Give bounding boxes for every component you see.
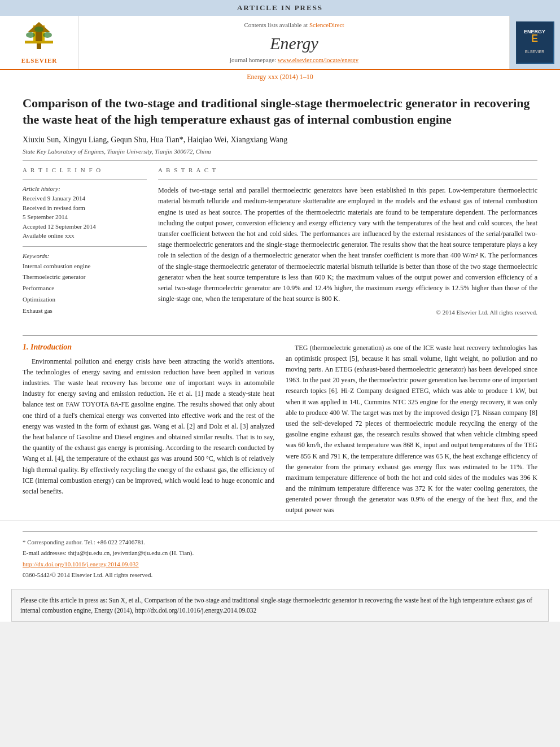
journal-header: ELSEVIER Contents lists available at Sci… (0, 16, 560, 70)
elsevier-logo: ELSEVIER (21, 21, 58, 64)
corresponding-author: * Corresponding author. Tel.: +86 022 27… (23, 538, 537, 547)
introduction-title: 1. Introduction (23, 343, 274, 352)
keywords-list: Internal combustion engine Thermoelectri… (23, 261, 147, 317)
keyword-5: Exhaust gas (23, 305, 147, 317)
right-paragraph-1: TEG (thermoelectric generation) as one o… (286, 343, 537, 516)
article-info-heading: A R T I C L E I N F O (23, 167, 147, 173)
footer-notes: * Corresponding author. Tel.: +86 022 27… (0, 521, 560, 584)
online-date: Available online xxx (23, 231, 147, 241)
article-content: Comparison of the two-stage and traditio… (0, 84, 560, 328)
intro-label: Introduction (30, 343, 72, 351)
abstract-heading: A B S T R A C T (158, 167, 537, 173)
keyword-1: Internal combustion engine (23, 261, 147, 272)
svg-rect-3 (36, 32, 42, 41)
svg-point-7 (34, 27, 43, 32)
journal-title: Energy (270, 34, 318, 53)
citation-bar-text: Please cite this article in press as: Su… (20, 597, 532, 614)
introduction-text: Environmental pollution and energy crisi… (23, 356, 274, 497)
citation-text: Energy xxx (2014) 1–10 (247, 73, 313, 81)
keyword-4: Optimization (23, 294, 147, 305)
citation-bar: Please cite this article in press as: Su… (11, 589, 549, 622)
abstract-col: A B S T R A C T Models of two-stage seri… (158, 167, 537, 322)
sciencedirect-link[interactable]: ScienceDirect (309, 21, 344, 28)
keyword-3: Performance (23, 283, 147, 294)
footer-divider (23, 531, 537, 532)
elsevier-logo-area: ELSEVIER (0, 16, 79, 69)
banner-text: ARTICLE IN PRESS (237, 3, 323, 12)
svg-text:E: E (531, 33, 538, 44)
accepted-date: Accepted 12 September 2014 (23, 222, 147, 231)
divider-keywords (23, 246, 147, 247)
revised-date: 5 September 2014 (23, 212, 147, 222)
elsevier-tree-icon (22, 21, 56, 55)
article-title: Comparison of the two-stage and traditio… (23, 95, 537, 128)
revised-label: Received in revised form (23, 203, 147, 213)
abstract-text: Models of two-stage serial and parallel … (158, 185, 537, 304)
citation-line: Energy xxx (2014) 1–10 (0, 70, 560, 84)
copyright: © 2014 Elsevier Ltd. All rights reserved… (158, 309, 537, 316)
contents-line: Contents lists available at ScienceDirec… (244, 21, 344, 28)
right-col-text: TEG (thermoelectric generation) as one o… (286, 343, 537, 516)
page-wrapper: ARTICLE IN PRESS ELSEVIER (0, 0, 560, 622)
keywords-label: Keywords: (23, 252, 147, 259)
body-left-col: 1. Introduction Environmental pollution … (23, 343, 274, 521)
email-addresses: E-mail addresses: thtju@tju.edu.cn, jevi… (23, 548, 537, 558)
keyword-2: Thermoelectric generator (23, 272, 147, 283)
homepage-line: journal homepage: www.elsevier.com/locat… (230, 56, 358, 63)
svg-point-5 (26, 32, 35, 38)
body-divider (23, 335, 537, 336)
issn-text: 0360-5442/© 2014 Elsevier Ltd. All right… (23, 570, 537, 580)
body-section: 1. Introduction Environmental pollution … (0, 343, 560, 521)
homepage-link[interactable]: www.elsevier.com/locate/energy (278, 56, 358, 63)
doi-link-area: http://dx.doi.org/10.1016/j.energy.2014.… (23, 560, 537, 569)
intro-paragraph-1: Environmental pollution and energy crisi… (23, 356, 274, 497)
journal-center: Contents lists available at ScienceDirec… (79, 16, 509, 69)
journal-badge-area: ENERGY E ELSEVIER (509, 16, 560, 69)
authors: Xiuxiu Sun, Xingyu Liang, Gequn Shu, Hua… (23, 136, 537, 145)
article-info-col: A R T I C L E I N F O Article history: R… (23, 167, 147, 322)
svg-rect-4 (37, 43, 41, 49)
divider-1 (23, 160, 537, 161)
energy-badge: ENERGY E ELSEVIER (516, 21, 554, 64)
affiliation: State Key Laboratory of Engines, Tianjin… (23, 148, 537, 155)
elsevier-label: ELSEVIER (21, 57, 58, 64)
divider-abstract (158, 179, 537, 180)
body-right-col: TEG (thermoelectric generation) as one o… (286, 343, 537, 521)
keywords-group: Keywords: Internal combustion engine The… (23, 252, 147, 317)
info-abstract-section: A R T I C L E I N F O Article history: R… (23, 167, 537, 322)
article-history-group: Article history: Received 9 January 2014… (23, 185, 147, 241)
svg-point-6 (43, 32, 52, 38)
received-date: Received 9 January 2014 (23, 194, 147, 203)
divider-info (23, 179, 147, 180)
top-banner: ARTICLE IN PRESS (0, 0, 560, 16)
history-label: Article history: (23, 185, 147, 192)
doi-link[interactable]: http://dx.doi.org/10.1016/j.energy.2014.… (23, 561, 139, 567)
svg-text:ELSEVIER: ELSEVIER (525, 50, 545, 54)
